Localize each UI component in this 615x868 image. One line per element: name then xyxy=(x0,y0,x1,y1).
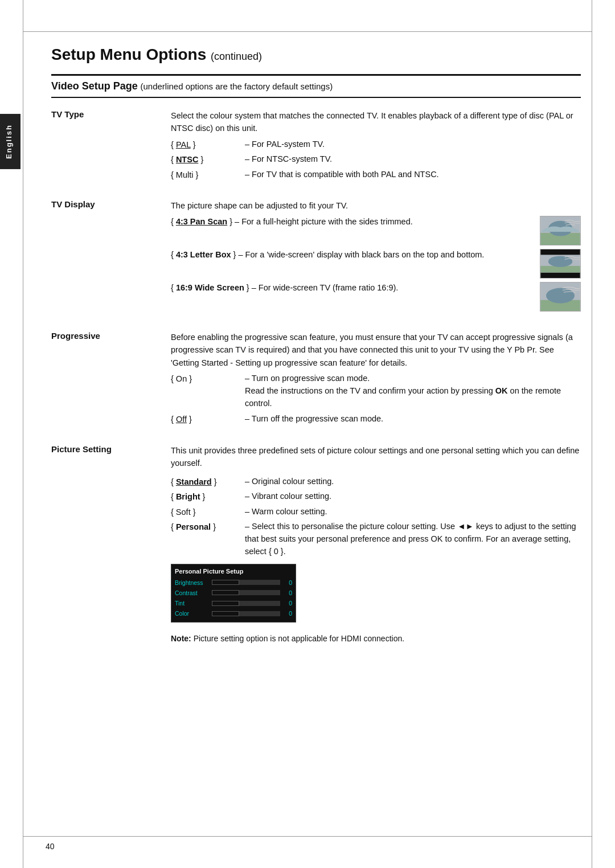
picture-options-left: { Standard } – Original colour setting. … xyxy=(171,473,581,623)
brightness-bar xyxy=(212,580,280,585)
pal-desc: – For PAL-system TV. xyxy=(245,138,581,151)
language-tab: English xyxy=(0,114,20,169)
page-container: English Setup Menu Options (continued) V… xyxy=(0,0,615,868)
brightness-value: 0 xyxy=(282,578,292,587)
contrast-bar xyxy=(212,590,280,595)
page-title-text: Setup Menu Options xyxy=(51,46,206,63)
letter-box-text: { 4:3 Letter Box } – For a 'wide-screen'… xyxy=(171,249,534,261)
tv-type-option-ntsc: { NTSC } – For NTSC-system TV. xyxy=(171,153,581,166)
page-number: 40 xyxy=(46,842,55,851)
pan-scan-key: 4:3 Pan Scan xyxy=(176,217,227,226)
contrast-label: Contrast xyxy=(175,588,212,597)
bright-key: { Bright } xyxy=(171,490,245,503)
tv-type-row: TV Type Select the colour system that ma… xyxy=(51,109,581,183)
section-title: Video Setup Page xyxy=(51,80,138,92)
pal-key: { PAL } xyxy=(171,138,245,151)
pan-scan-row: { 4:3 Pan Scan } – For a full-height pic… xyxy=(171,216,581,245)
color-row: Color 0 xyxy=(175,609,292,618)
personal-desc: – Select this to personalise the picture… xyxy=(245,521,581,558)
progressive-content: Before enabling the progressive scan fea… xyxy=(171,331,581,428)
wide-screen-text: { 16:9 Wide Screen } – For wide-screen T… xyxy=(171,282,534,294)
tv-type-description: Select the colour system that matches th… xyxy=(171,109,581,135)
picture-setting-description: This unit provides three predefined sets… xyxy=(171,444,581,470)
color-bar xyxy=(212,611,280,616)
soft-desc: – Warm colour setting. xyxy=(245,506,581,518)
note-line: Note: Picture setting option is not appl… xyxy=(171,633,581,645)
tint-bar-fill xyxy=(212,601,239,606)
picture-setting-label: Picture Setting xyxy=(51,444,171,454)
tv-display-content: The picture shape can be adjusted to fit… xyxy=(171,199,581,314)
personal-key: { Personal } xyxy=(171,521,245,533)
off-key: { Off } xyxy=(171,413,245,425)
color-value: 0 xyxy=(282,609,292,618)
wide-screen-key: 16:9 Wide Screen xyxy=(176,283,244,292)
ntsc-key: { NTSC } xyxy=(171,153,245,166)
tint-bar xyxy=(212,601,280,606)
picture-setting-content: This unit provides three predefined sets… xyxy=(171,444,581,645)
multi-key: { Multi } xyxy=(171,169,245,181)
picture-setting-row: Picture Setting This unit provides three… xyxy=(51,444,581,645)
brightness-bar-fill xyxy=(212,580,239,585)
contrast-value: 0 xyxy=(282,588,292,597)
note-text-value: Picture setting option is not applicable… xyxy=(194,634,404,643)
page-title-continued: (continued) xyxy=(211,51,262,62)
contrast-row: Contrast 0 xyxy=(175,588,292,597)
ntsc-desc: – For NTSC-system TV. xyxy=(245,153,581,166)
page-title: Setup Menu Options (continued) xyxy=(51,40,581,64)
wide-screen-thumb xyxy=(540,282,581,312)
progressive-row: Progressive Before enabling the progress… xyxy=(51,331,581,428)
tint-label: Tint xyxy=(175,599,212,608)
section-header: Video Setup Page (underlined options are… xyxy=(51,74,581,98)
tv-type-option-multi: { Multi } – For TV that is compatible wi… xyxy=(171,169,581,181)
brightness-row: Brightness 0 xyxy=(175,578,292,587)
main-content: Setup Menu Options (continued) Video Set… xyxy=(51,23,581,645)
tv-type-content: Select the colour system that matches th… xyxy=(171,109,581,183)
multi-desc: – For TV that is compatible with both PA… xyxy=(245,169,581,181)
personal-option: { Personal } – Select this to personalis… xyxy=(171,521,581,558)
bright-option: { Bright } – Vibrant colour setting. xyxy=(171,490,581,503)
personal-picture-setup-box: Personal Picture Setup Brightness 0 Cont… xyxy=(171,564,296,623)
off-desc: – Turn off the progressive scan mode. xyxy=(245,413,581,425)
tv-display-label: TV Display xyxy=(51,199,171,209)
letter-box-row: { 4:3 Letter Box } – For a 'wide-screen'… xyxy=(171,249,581,279)
svg-rect-6 xyxy=(540,272,580,278)
top-border xyxy=(23,31,592,32)
personal-picture-setup-title: Personal Picture Setup xyxy=(175,567,292,576)
pan-scan-text: { 4:3 Pan Scan } – For a full-height pic… xyxy=(171,216,534,228)
soft-option: { Soft } – Warm colour setting. xyxy=(171,506,581,518)
note-label: Note: xyxy=(171,634,191,643)
letter-box-thumb xyxy=(540,249,581,279)
bottom-border xyxy=(23,836,592,837)
letter-box-key: 4:3 Letter Box xyxy=(176,250,231,259)
tv-type-option-pal: { PAL } – For PAL-system TV. xyxy=(171,138,581,151)
standard-desc: – Original colour setting. xyxy=(245,476,581,488)
tint-row: Tint 0 xyxy=(175,599,292,608)
brightness-label: Brightness xyxy=(175,578,212,587)
color-label: Color xyxy=(175,609,212,618)
bright-desc: – Vibrant colour setting. xyxy=(245,490,581,503)
svg-point-13 xyxy=(546,288,575,303)
standard-key: { Standard } xyxy=(171,476,245,488)
wide-screen-row: { 16:9 Wide Screen } – For wide-screen T… xyxy=(171,282,581,312)
tv-display-row: TV Display The picture shape can be adju… xyxy=(51,199,581,314)
svg-point-9 xyxy=(548,256,572,267)
color-bar-fill xyxy=(212,611,239,616)
soft-key: { Soft } xyxy=(171,506,245,518)
on-key: { On } xyxy=(171,372,245,385)
tv-type-label: TV Type xyxy=(51,109,171,119)
tv-display-description: The picture shape can be adjusted to fit… xyxy=(171,199,581,212)
progressive-description: Before enabling the progressive scan fea… xyxy=(171,331,581,369)
section-subtitle: (underlined options are the factory defa… xyxy=(140,81,333,91)
pan-scan-thumb xyxy=(540,216,581,245)
svg-rect-5 xyxy=(540,249,580,255)
standard-option: { Standard } – Original colour setting. xyxy=(171,476,581,488)
contrast-bar-fill xyxy=(212,590,239,595)
on-desc: – Turn on progressive scan mode. Read th… xyxy=(245,372,581,410)
progressive-label: Progressive xyxy=(51,331,171,341)
progressive-off-option: { Off } – Turn off the progressive scan … xyxy=(171,413,581,425)
progressive-on-option: { On } – Turn on progressive scan mode. … xyxy=(171,372,581,410)
tint-value: 0 xyxy=(282,599,292,608)
